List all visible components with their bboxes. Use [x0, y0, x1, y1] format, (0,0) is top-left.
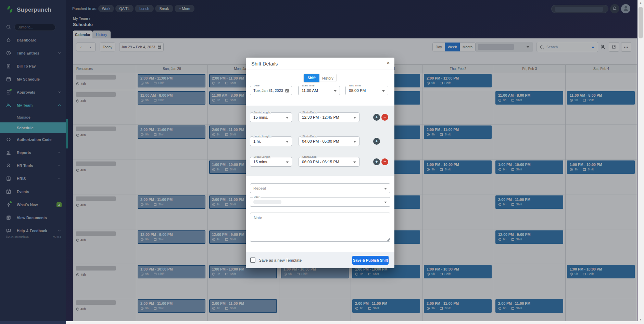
scroll-down-icon[interactable]: ▼ — [639, 318, 642, 321]
starts-ends-value: 04:00 PM - 05:00 PM — [302, 139, 339, 143]
chevron-down-icon — [286, 161, 289, 163]
chevron-down-icon — [353, 117, 356, 119]
remove-break-button[interactable]: − — [381, 158, 388, 165]
break-length-value: 15 mins. — [253, 160, 268, 164]
break-row-0: Break Length15 mins.Starts/Ends12:30 PM … — [246, 112, 394, 122]
resize-handle[interactable] — [387, 238, 390, 241]
breaks-section: Break Length15 mins.Starts/Ends12:30 PM … — [246, 106, 394, 176]
add-break-button[interactable]: + — [373, 138, 380, 145]
chevron-down-icon — [286, 117, 289, 119]
break-length-field[interactable]: Lunch Length1 hr. — [250, 136, 292, 146]
save-publish-button[interactable]: Save & Publish Shift — [352, 256, 389, 265]
redacted-user-value — [253, 200, 281, 204]
date-field[interactable]: Date Tue, Jan 31, 2023 — [250, 86, 292, 95]
break-row-1: Lunch Length1 hr.Starts/Ends04:00 PM - 0… — [246, 136, 394, 146]
note-textarea[interactable] — [250, 213, 390, 242]
start-time-field[interactable]: Start Time 11:00 AM — [298, 86, 340, 95]
chevron-down-icon — [353, 161, 356, 163]
break-range-field[interactable]: Starts/Ends12:30 PM - 12:45 PM — [299, 112, 359, 122]
modal-header: Shift Details × — [246, 58, 394, 70]
chevron-down-icon — [382, 90, 385, 92]
toggle-shift[interactable]: Shift — [304, 74, 319, 82]
calendar-icon — [285, 88, 289, 93]
break-length-value: 15 mins. — [253, 115, 268, 119]
break-length-field[interactable]: Break Length15 mins. — [250, 157, 292, 167]
vertical-scrollbar[interactable]: ▲ ▼ — [637, 0, 644, 324]
add-break-button[interactable]: + — [373, 158, 380, 165]
break-length-label: Break Length — [253, 155, 271, 158]
break-row-2: Break Length15 mins.Starts/Ends06:00 PM … — [246, 157, 394, 167]
break-length-label: Break Length — [253, 111, 271, 114]
break-range-field[interactable]: Starts/Ends04:00 PM - 05:00 PM — [299, 136, 359, 146]
modal-footer: Save as a new Template Save & Publish Sh… — [246, 252, 394, 268]
toggle-history[interactable]: History — [319, 74, 337, 82]
shift-details-modal: Shift Details × Shift History Date Tue, … — [246, 58, 394, 268]
chevron-down-icon — [353, 141, 356, 143]
close-icon[interactable]: × — [387, 60, 390, 67]
horizontal-scrollbar[interactable] — [66, 321, 637, 324]
note-field-wrap — [250, 213, 390, 242]
chevron-down-icon — [334, 90, 337, 92]
break-length-label: Lunch Length — [253, 135, 272, 138]
save-template-checkbox[interactable] — [250, 257, 255, 263]
chevron-down-icon — [384, 188, 387, 190]
starts-ends-value: 06:00 PM - 06:15 PM — [302, 160, 339, 164]
break-length-field[interactable]: Break Length15 mins. — [250, 112, 292, 122]
chevron-down-icon — [384, 202, 387, 203]
user-select[interactable]: User — [250, 197, 390, 207]
repeat-select[interactable]: Repeat — [250, 183, 390, 193]
modal-title: Shift Details — [251, 61, 278, 67]
starts-ends-label: Starts/Ends — [301, 135, 317, 138]
scroll-up-icon[interactable]: ▲ — [639, 1, 642, 4]
shift-history-toggle: Shift History — [304, 74, 337, 82]
starts-ends-label: Starts/Ends — [301, 111, 317, 114]
remove-break-button[interactable]: − — [381, 114, 388, 121]
starts-ends-label: Starts/Ends — [301, 155, 317, 158]
superpunch-app: Punched in as: WorkQA/TLLunchBreak+ More… — [0, 0, 644, 324]
save-template-label: Save as a new Template — [259, 258, 302, 262]
end-time-field[interactable]: End Time 08:00 PM — [345, 86, 388, 95]
scrollbar-corner — [637, 321, 644, 324]
break-length-value: 1 hr. — [253, 139, 261, 143]
break-range-field[interactable]: Starts/Ends06:00 PM - 06:15 PM — [299, 157, 359, 167]
add-break-button[interactable]: + — [373, 114, 380, 121]
chevron-down-icon — [286, 141, 289, 143]
starts-ends-value: 12:30 PM - 12:45 PM — [302, 115, 339, 119]
scrollbar-thumb[interactable] — [639, 7, 643, 38]
